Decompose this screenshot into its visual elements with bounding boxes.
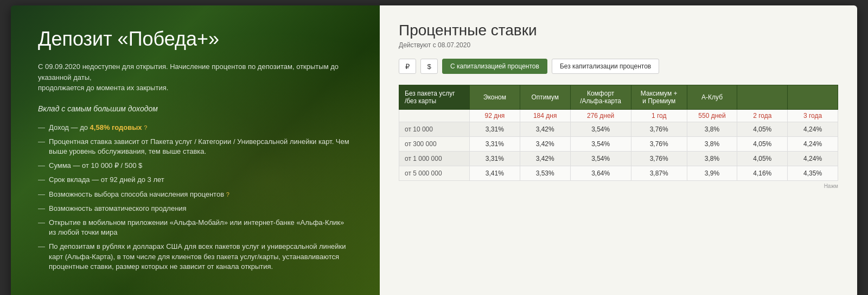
rate-r1c1: 3,31% [470, 122, 520, 137]
header-aclub: А-Клуб [687, 85, 737, 110]
feature-item: Срок вклада — от 92 дней до 3 лет [38, 175, 353, 185]
rate-r2c6: 4,05% [737, 137, 788, 152]
features-list: Доход — до 4,58% годовых ? Процентная ст… [38, 123, 353, 272]
period-1year: 1 год [631, 110, 687, 122]
rate-r1c5: 3,8% [687, 122, 737, 137]
rate-r4c3: 3,64% [570, 166, 631, 181]
rate-r2c1: 3,31% [470, 137, 520, 152]
header-empty2 [788, 85, 838, 110]
header-maximum: Максимум +и Премиум [631, 85, 687, 110]
feature-item: Возможность выбора способа начисления пр… [38, 190, 353, 199]
rate-r3c3: 3,54% [570, 152, 631, 166]
controls-row: ₽ $ С капитализацией процентов Без капит… [399, 59, 838, 74]
rate-r1c2: 3,42% [520, 122, 570, 137]
rate-r2c7: 4,24% [788, 137, 838, 152]
rate-r1c7: 4,24% [788, 122, 838, 137]
period-amount-empty [399, 110, 470, 122]
rate-r4c2: 3,53% [520, 166, 570, 181]
feature-item: Сумма — от 10 000 ₽ / 500 $ [38, 161, 353, 171]
table-row: от 10 000 3,31% 3,42% 3,54% 3,76% 3,8% 4… [399, 122, 838, 137]
header-optimum: Оптимум [520, 85, 570, 110]
header-econom: Эконом [470, 85, 520, 110]
rate-r4c6: 4,16% [737, 166, 788, 181]
rate-r1c6: 4,05% [737, 122, 788, 137]
table-row: от 300 000 3,31% 3,42% 3,54% 3,76% 3,8% … [399, 137, 838, 152]
table-row: от 5 000 000 3,41% 3,53% 3,64% 3,87% 3,9… [399, 166, 838, 181]
currency-rub-button[interactable]: ₽ [399, 59, 416, 74]
rate-r2c4: 3,76% [631, 137, 687, 152]
rate-r3c7: 4,24% [788, 152, 838, 166]
rates-table: Без пакета услуг/без карты Эконом Оптиму… [399, 85, 838, 181]
rate-r2c5: 3,8% [687, 137, 737, 152]
period-row: 92 дня 184 дня 276 дней 1 год 550 дней 2… [399, 110, 838, 122]
tab-with-capitalization[interactable]: С капитализацией процентов [442, 59, 547, 74]
deposit-subtitle: Вклад с самым большим доходом [38, 104, 353, 113]
period-276: 276 дней [570, 110, 631, 122]
feature-item: Процентная ставка зависит от Пакета услу… [38, 137, 353, 156]
rate-r4c7: 4,35% [788, 166, 838, 181]
right-panel: Процентные ставки Действуют с 08.07.2020… [380, 5, 857, 295]
rate-r4c5: 3,9% [687, 166, 737, 181]
rate-r4c4: 3,87% [631, 166, 687, 181]
rate-r3c2: 3,42% [520, 152, 570, 166]
rate-r3c6: 4,05% [737, 152, 788, 166]
feature-item: По депозитам в рублях и долларах США для… [38, 242, 353, 272]
header-empty1 [737, 85, 788, 110]
period-550: 550 дней [687, 110, 737, 122]
feature-item: Возможность автоматического продления [38, 204, 353, 214]
rate-r4c1: 3,41% [470, 166, 520, 181]
rates-title: Процентные ставки [399, 22, 838, 39]
period-2years: 2 года [737, 110, 788, 122]
deposit-title: Депозит «Победа+» [38, 27, 353, 51]
rate-r2c2: 3,42% [520, 137, 570, 152]
amount-5000000: от 5 000 000 [399, 166, 470, 181]
rate-r2c3: 3,54% [570, 137, 631, 152]
amount-1000000: от 1 000 000 [399, 152, 470, 166]
left-panel: Депозит «Победа+» С 09.09.2020 недоступе… [11, 5, 380, 295]
tab-without-capitalization[interactable]: Без капитализации процентов [552, 59, 659, 74]
rate-r3c4: 3,76% [631, 152, 687, 166]
feature-item: Доход — до 4,58% годовых ? [38, 123, 353, 133]
feature-item: Открытие в мобильном приложении «Альфа-М… [38, 218, 353, 237]
amount-300000: от 300 000 [399, 137, 470, 152]
period-184: 184 дня [520, 110, 570, 122]
rate-r1c3: 3,54% [570, 122, 631, 137]
header-comfort: Комфорт/Альфа-карта [570, 85, 631, 110]
header-no-package: Без пакета услуг/без карты [399, 85, 470, 110]
rate-r1c4: 3,76% [631, 122, 687, 137]
rate-r3c1: 3,31% [470, 152, 520, 166]
scroll-note: Нажм [399, 183, 838, 189]
amount-10000: от 10 000 [399, 122, 470, 137]
info-icon-2[interactable]: ? [226, 191, 229, 198]
table-row: от 1 000 000 3,31% 3,42% 3,54% 3,76% 3,8… [399, 152, 838, 166]
feature-highlight: 4,58% годовых [90, 123, 142, 131]
rate-r3c5: 3,8% [687, 152, 737, 166]
info-icon[interactable]: ? [144, 124, 147, 131]
main-container: Депозит «Победа+» С 09.09.2020 недоступе… [11, 5, 857, 295]
effective-date: Действуют с 08.07.2020 [399, 41, 838, 49]
period-92: 92 дня [470, 110, 520, 122]
period-3years: 3 года [788, 110, 838, 122]
currency-usd-button[interactable]: $ [420, 59, 438, 74]
deposit-warning: С 09.09.2020 недоступен для открытия. На… [38, 61, 353, 93]
